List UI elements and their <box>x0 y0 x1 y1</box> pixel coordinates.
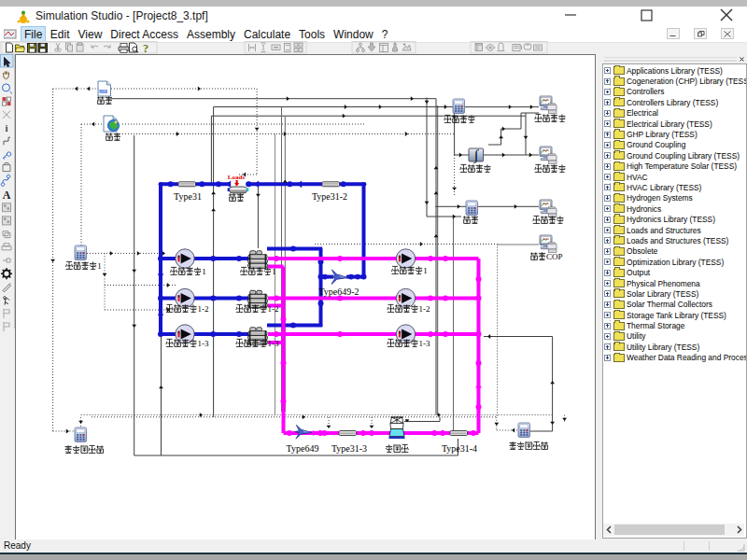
svg-text:Type31: Type31 <box>174 191 202 202</box>
svg-text:Type31-3: Type31-3 <box>331 443 367 454</box>
svg-text:USER: USER <box>100 90 107 93</box>
svg-text:Type31-2: Type31-2 <box>312 191 347 202</box>
svg-text:1: 1 <box>97 261 102 271</box>
svg-text:Type649: Type649 <box>287 443 319 454</box>
svg-text:1: 1 <box>423 266 428 275</box>
svg-text:i: i <box>5 122 7 133</box>
svg-text:1: 1 <box>272 267 276 276</box>
svg-text:1-2: 1-2 <box>268 304 279 314</box>
svg-text:COP: COP <box>546 252 563 261</box>
svg-text:1-3: 1-3 <box>268 339 279 348</box>
svg-text:1-3: 1-3 <box>198 339 209 348</box>
svg-text:A: A <box>3 189 11 202</box>
svg-text:Type649-2: Type649-2 <box>318 287 359 297</box>
svg-text:1-2: 1-2 <box>419 304 430 314</box>
svg-text:1-2: 1-2 <box>198 304 209 314</box>
svg-text:Loads: Loads <box>228 174 246 181</box>
svg-text:1-3: 1-3 <box>419 339 430 348</box>
svg-text:?: ? <box>143 42 148 54</box>
svg-text:1: 1 <box>202 267 206 276</box>
svg-text:Type31-4: Type31-4 <box>442 443 477 454</box>
